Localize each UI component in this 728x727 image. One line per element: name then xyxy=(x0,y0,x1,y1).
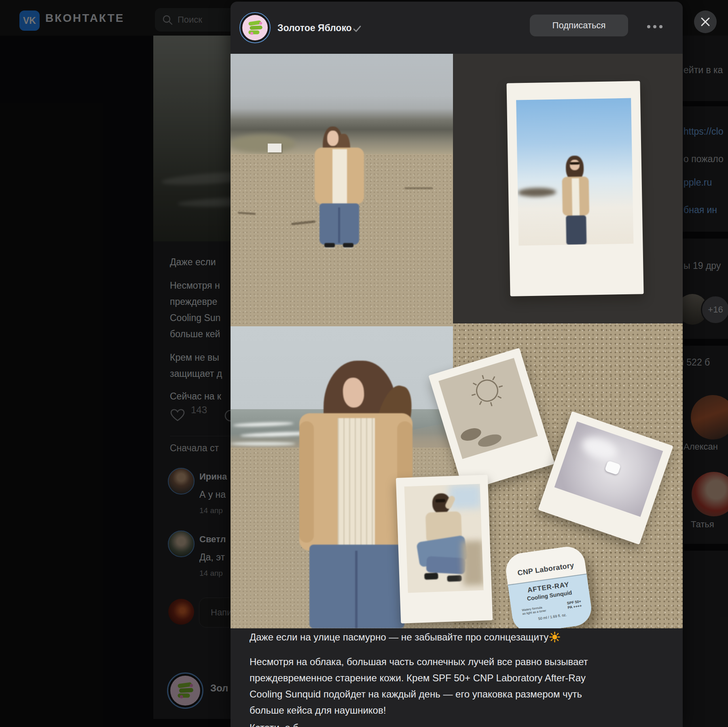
caption-cutoff-line: Кстати, о б xyxy=(250,722,298,727)
post-modal: Золотое Яблоко Подписаться xyxy=(231,2,683,727)
polaroid-sitting-woman xyxy=(396,475,493,623)
photo-collage: CNP Laboratory AFTER-RAY Cooling Sunquid… xyxy=(231,54,683,628)
zolotoe-yabloko-logo-icon xyxy=(245,18,265,38)
photo-dark-polaroid[interactable] xyxy=(453,54,683,323)
cnp-sunscreen-product: CNP Laboratory AFTER-RAY Cooling Sunquid… xyxy=(504,544,594,628)
close-icon xyxy=(700,17,711,27)
caption-body: Несмотря на облака, большая часть солнеч… xyxy=(250,654,616,719)
beach-hut xyxy=(268,144,281,152)
earbuds-case xyxy=(605,461,621,476)
photo-foggy-beach[interactable] xyxy=(231,54,453,326)
polaroid-portrait-image xyxy=(516,98,633,246)
woman-standing-figure xyxy=(311,127,368,248)
polaroid-portrait xyxy=(506,81,643,296)
photo-sand-flatlay[interactable]: CNP Laboratory AFTER-RAY Cooling Sunquid… xyxy=(453,323,683,628)
community-name[interactable]: Золотое Яблоко xyxy=(277,23,352,34)
subscribe-button[interactable]: Подписаться xyxy=(530,15,628,36)
more-options-button[interactable] xyxy=(647,25,665,28)
verified-icon xyxy=(353,24,362,33)
community-avatar[interactable] xyxy=(239,12,271,43)
polaroid-sun-image xyxy=(438,358,538,459)
modal-header: Золотое Яблоко Подписаться xyxy=(231,2,683,54)
close-button[interactable] xyxy=(694,11,717,33)
sun-emoji-icon xyxy=(549,632,560,642)
polaroid-sitting-image xyxy=(404,484,484,593)
caption-line1: Даже если на улице пасмурно — не забывай… xyxy=(250,632,548,642)
post-caption: Даже если на улице пасмурно — не забывай… xyxy=(250,630,646,719)
